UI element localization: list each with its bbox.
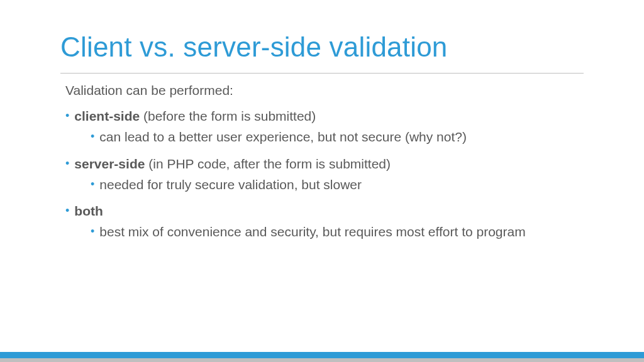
list-item: • client-side (before the form is submit…: [65, 108, 584, 146]
footer-accent: [0, 352, 644, 358]
sub-list: • can lead to a better user experience, …: [91, 129, 584, 146]
bullet-list: • client-side (before the form is submit…: [65, 108, 584, 241]
sub-text: needed for truly secure validation, but …: [99, 177, 362, 194]
footer-bar: [0, 352, 644, 362]
bullet-icon: •: [65, 156, 69, 173]
list-item: • both • best mix of convenience and sec…: [65, 203, 584, 241]
item-rest: (in PHP code, after the form is submitte…: [145, 156, 391, 171]
sub-item: • can lead to a better user experience, …: [91, 129, 584, 146]
sub-text: can lead to a better user experience, bu…: [99, 129, 467, 146]
slide-title: Client vs. server-side validation: [60, 31, 584, 63]
item-text: server-side (in PHP code, after the form…: [74, 156, 391, 173]
bullet-icon: •: [91, 224, 94, 241]
sub-list: • best mix of convenience and security, …: [91, 224, 584, 241]
list-item: • server-side (in PHP code, after the fo…: [65, 156, 584, 194]
footer-base: [0, 358, 644, 362]
title-wrap: Client vs. server-side validation: [0, 0, 644, 68]
sub-text: best mix of convenience and security, bu…: [99, 224, 525, 241]
item-term: both: [74, 204, 103, 218]
item-text: both: [74, 203, 103, 220]
item-term: client-side: [74, 109, 140, 123]
item-text: client-side (before the form is submitte…: [74, 108, 316, 125]
sub-item: • needed for truly secure validation, bu…: [91, 177, 584, 194]
item-term: server-side: [74, 156, 145, 171]
bullet-icon: •: [91, 177, 94, 194]
slide-body: Validation can be performed: • client-si…: [0, 74, 644, 241]
bullet-icon: •: [65, 203, 69, 220]
slide: Client vs. server-side validation Valida…: [0, 0, 644, 362]
item-rest: (before the form is submitted): [140, 109, 316, 123]
sub-list: • needed for truly secure validation, bu…: [91, 177, 584, 194]
bullet-icon: •: [91, 129, 94, 146]
intro-text: Validation can be performed:: [65, 82, 584, 99]
sub-item: • best mix of convenience and security, …: [91, 224, 584, 241]
bullet-icon: •: [65, 108, 69, 125]
